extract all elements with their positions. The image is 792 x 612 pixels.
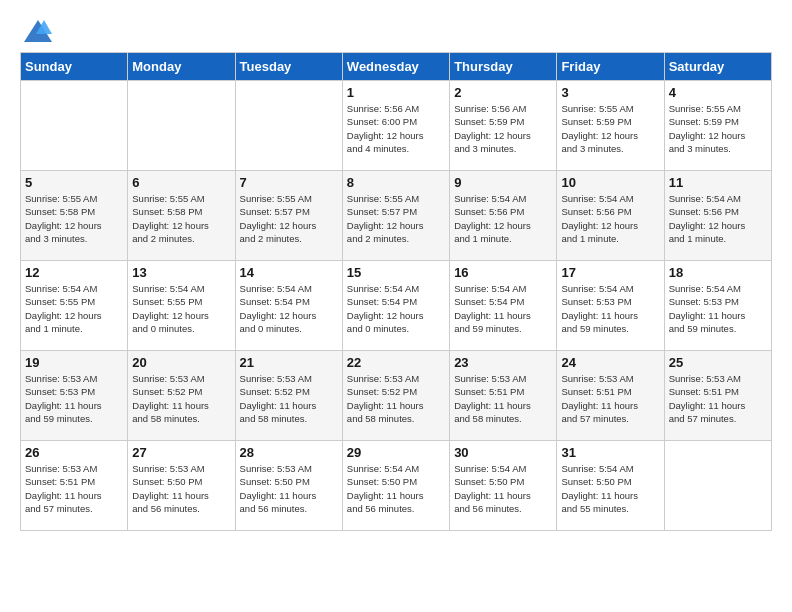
day-info: Sunrise: 5:53 AM Sunset: 5:52 PM Dayligh… (132, 372, 230, 425)
day-number: 1 (347, 85, 445, 100)
weekday-header-saturday: Saturday (664, 53, 771, 81)
calendar-week-row: 19Sunrise: 5:53 AM Sunset: 5:53 PM Dayli… (21, 351, 772, 441)
calendar-cell: 16Sunrise: 5:54 AM Sunset: 5:54 PM Dayli… (450, 261, 557, 351)
logo (20, 20, 52, 42)
day-info: Sunrise: 5:53 AM Sunset: 5:52 PM Dayligh… (240, 372, 338, 425)
day-info: Sunrise: 5:54 AM Sunset: 5:55 PM Dayligh… (132, 282, 230, 335)
calendar-cell: 10Sunrise: 5:54 AM Sunset: 5:56 PM Dayli… (557, 171, 664, 261)
calendar-week-row: 26Sunrise: 5:53 AM Sunset: 5:51 PM Dayli… (21, 441, 772, 531)
day-number: 4 (669, 85, 767, 100)
weekday-header-wednesday: Wednesday (342, 53, 449, 81)
calendar-cell: 14Sunrise: 5:54 AM Sunset: 5:54 PM Dayli… (235, 261, 342, 351)
day-info: Sunrise: 5:53 AM Sunset: 5:51 PM Dayligh… (669, 372, 767, 425)
day-number: 24 (561, 355, 659, 370)
day-info: Sunrise: 5:54 AM Sunset: 5:50 PM Dayligh… (454, 462, 552, 515)
day-number: 5 (25, 175, 123, 190)
day-number: 30 (454, 445, 552, 460)
weekday-header-monday: Monday (128, 53, 235, 81)
weekday-header-tuesday: Tuesday (235, 53, 342, 81)
day-number: 20 (132, 355, 230, 370)
calendar-cell: 27Sunrise: 5:53 AM Sunset: 5:50 PM Dayli… (128, 441, 235, 531)
calendar-cell: 17Sunrise: 5:54 AM Sunset: 5:53 PM Dayli… (557, 261, 664, 351)
calendar-cell: 28Sunrise: 5:53 AM Sunset: 5:50 PM Dayli… (235, 441, 342, 531)
calendar-cell: 26Sunrise: 5:53 AM Sunset: 5:51 PM Dayli… (21, 441, 128, 531)
day-number: 31 (561, 445, 659, 460)
calendar-cell: 29Sunrise: 5:54 AM Sunset: 5:50 PM Dayli… (342, 441, 449, 531)
day-number: 12 (25, 265, 123, 280)
calendar-cell: 5Sunrise: 5:55 AM Sunset: 5:58 PM Daylig… (21, 171, 128, 261)
day-info: Sunrise: 5:53 AM Sunset: 5:52 PM Dayligh… (347, 372, 445, 425)
calendar-header-row: SundayMondayTuesdayWednesdayThursdayFrid… (21, 53, 772, 81)
calendar-cell: 25Sunrise: 5:53 AM Sunset: 5:51 PM Dayli… (664, 351, 771, 441)
day-number: 14 (240, 265, 338, 280)
calendar-cell: 12Sunrise: 5:54 AM Sunset: 5:55 PM Dayli… (21, 261, 128, 351)
weekday-header-sunday: Sunday (21, 53, 128, 81)
calendar-cell: 31Sunrise: 5:54 AM Sunset: 5:50 PM Dayli… (557, 441, 664, 531)
calendar-cell: 20Sunrise: 5:53 AM Sunset: 5:52 PM Dayli… (128, 351, 235, 441)
calendar-cell: 8Sunrise: 5:55 AM Sunset: 5:57 PM Daylig… (342, 171, 449, 261)
calendar-cell: 7Sunrise: 5:55 AM Sunset: 5:57 PM Daylig… (235, 171, 342, 261)
day-info: Sunrise: 5:53 AM Sunset: 5:51 PM Dayligh… (561, 372, 659, 425)
calendar-cell: 13Sunrise: 5:54 AM Sunset: 5:55 PM Dayli… (128, 261, 235, 351)
day-info: Sunrise: 5:53 AM Sunset: 5:50 PM Dayligh… (132, 462, 230, 515)
day-number: 21 (240, 355, 338, 370)
day-number: 2 (454, 85, 552, 100)
day-info: Sunrise: 5:54 AM Sunset: 5:53 PM Dayligh… (561, 282, 659, 335)
day-info: Sunrise: 5:54 AM Sunset: 5:53 PM Dayligh… (669, 282, 767, 335)
day-info: Sunrise: 5:54 AM Sunset: 5:50 PM Dayligh… (347, 462, 445, 515)
day-number: 10 (561, 175, 659, 190)
calendar-cell: 4Sunrise: 5:55 AM Sunset: 5:59 PM Daylig… (664, 81, 771, 171)
calendar-cell: 24Sunrise: 5:53 AM Sunset: 5:51 PM Dayli… (557, 351, 664, 441)
calendar-week-row: 1Sunrise: 5:56 AM Sunset: 6:00 PM Daylig… (21, 81, 772, 171)
calendar-cell: 1Sunrise: 5:56 AM Sunset: 6:00 PM Daylig… (342, 81, 449, 171)
day-info: Sunrise: 5:54 AM Sunset: 5:50 PM Dayligh… (561, 462, 659, 515)
day-number: 27 (132, 445, 230, 460)
calendar-cell (664, 441, 771, 531)
day-number: 6 (132, 175, 230, 190)
weekday-header-friday: Friday (557, 53, 664, 81)
day-info: Sunrise: 5:53 AM Sunset: 5:51 PM Dayligh… (454, 372, 552, 425)
day-info: Sunrise: 5:53 AM Sunset: 5:51 PM Dayligh… (25, 462, 123, 515)
day-info: Sunrise: 5:54 AM Sunset: 5:56 PM Dayligh… (669, 192, 767, 245)
day-info: Sunrise: 5:54 AM Sunset: 5:56 PM Dayligh… (561, 192, 659, 245)
day-info: Sunrise: 5:55 AM Sunset: 5:58 PM Dayligh… (132, 192, 230, 245)
day-number: 25 (669, 355, 767, 370)
day-number: 17 (561, 265, 659, 280)
calendar-cell: 11Sunrise: 5:54 AM Sunset: 5:56 PM Dayli… (664, 171, 771, 261)
calendar-cell: 2Sunrise: 5:56 AM Sunset: 5:59 PM Daylig… (450, 81, 557, 171)
day-info: Sunrise: 5:54 AM Sunset: 5:54 PM Dayligh… (347, 282, 445, 335)
logo-icon (24, 20, 52, 42)
calendar-cell (235, 81, 342, 171)
day-number: 8 (347, 175, 445, 190)
day-info: Sunrise: 5:53 AM Sunset: 5:53 PM Dayligh… (25, 372, 123, 425)
day-number: 26 (25, 445, 123, 460)
day-number: 29 (347, 445, 445, 460)
day-number: 11 (669, 175, 767, 190)
calendar-cell (21, 81, 128, 171)
day-info: Sunrise: 5:54 AM Sunset: 5:54 PM Dayligh… (240, 282, 338, 335)
calendar-cell: 21Sunrise: 5:53 AM Sunset: 5:52 PM Dayli… (235, 351, 342, 441)
calendar-week-row: 12Sunrise: 5:54 AM Sunset: 5:55 PM Dayli… (21, 261, 772, 351)
day-info: Sunrise: 5:54 AM Sunset: 5:56 PM Dayligh… (454, 192, 552, 245)
day-number: 23 (454, 355, 552, 370)
weekday-header-thursday: Thursday (450, 53, 557, 81)
calendar-cell: 18Sunrise: 5:54 AM Sunset: 5:53 PM Dayli… (664, 261, 771, 351)
day-info: Sunrise: 5:55 AM Sunset: 5:57 PM Dayligh… (347, 192, 445, 245)
calendar-cell: 23Sunrise: 5:53 AM Sunset: 5:51 PM Dayli… (450, 351, 557, 441)
calendar-table: SundayMondayTuesdayWednesdayThursdayFrid… (20, 52, 772, 531)
day-number: 28 (240, 445, 338, 460)
day-number: 7 (240, 175, 338, 190)
day-info: Sunrise: 5:56 AM Sunset: 5:59 PM Dayligh… (454, 102, 552, 155)
day-number: 9 (454, 175, 552, 190)
calendar-week-row: 5Sunrise: 5:55 AM Sunset: 5:58 PM Daylig… (21, 171, 772, 261)
day-info: Sunrise: 5:55 AM Sunset: 5:57 PM Dayligh… (240, 192, 338, 245)
day-number: 16 (454, 265, 552, 280)
calendar-cell (128, 81, 235, 171)
day-number: 3 (561, 85, 659, 100)
day-number: 19 (25, 355, 123, 370)
day-number: 22 (347, 355, 445, 370)
page-header (20, 20, 772, 42)
day-info: Sunrise: 5:54 AM Sunset: 5:54 PM Dayligh… (454, 282, 552, 335)
day-info: Sunrise: 5:55 AM Sunset: 5:59 PM Dayligh… (669, 102, 767, 155)
day-number: 15 (347, 265, 445, 280)
